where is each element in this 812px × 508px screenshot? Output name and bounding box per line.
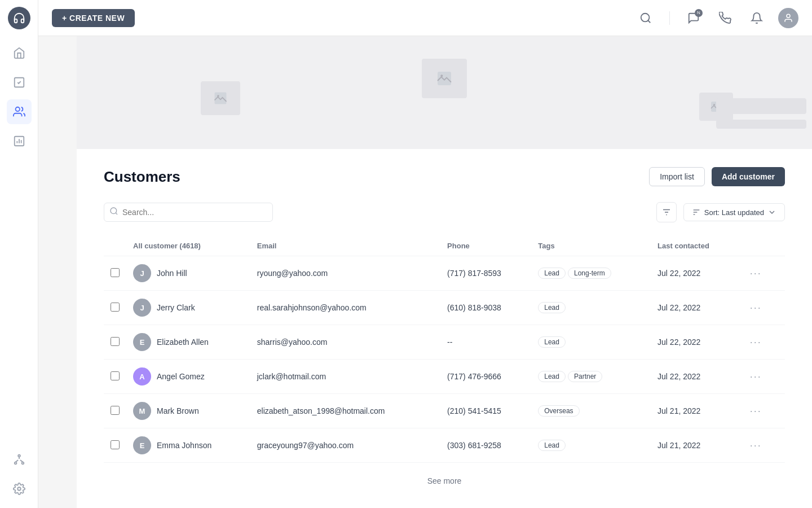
banner-area <box>77 36 812 149</box>
svg-point-15 <box>217 95 219 97</box>
customer-avatar: M <box>133 402 151 420</box>
row-last-contacted-cell: Jul 22, 2022 <box>651 291 739 325</box>
row-email-cell: ryoung@yahoo.com <box>250 256 440 291</box>
table-row: E Emma Johnson graceyoung97@yahoo.com (3… <box>104 428 785 463</box>
svg-point-17 <box>713 104 715 106</box>
search-input[interactable] <box>104 203 273 222</box>
banner-placeholder-left <box>201 81 240 115</box>
row-email-cell: jclark@hotmail.com <box>250 360 440 394</box>
row-name-cell: E Emma Johnson <box>126 428 250 463</box>
sidebar-item-customers[interactable] <box>7 99 32 124</box>
notifications-button[interactable] <box>747 8 767 28</box>
user-avatar[interactable] <box>778 8 798 28</box>
sidebar-item-analytics[interactable] <box>7 129 32 154</box>
row-actions-button[interactable]: ··· <box>745 265 766 282</box>
svg-point-8 <box>21 462 24 465</box>
tag-badge: Long-term <box>568 268 611 279</box>
col-name: All customer (4618) <box>126 236 250 256</box>
tag-badge: Partner <box>568 371 602 382</box>
svg-point-10 <box>641 13 650 21</box>
table-row: E Elizabeth Allen sharris@yahoo.com -- L… <box>104 325 785 360</box>
bell-icon <box>751 12 763 24</box>
sidebar-item-home[interactable] <box>7 41 32 65</box>
row-actions-button[interactable]: ··· <box>745 300 766 316</box>
row-last-contacted-cell: Jul 22, 2022 <box>651 325 739 360</box>
row-checkbox[interactable] <box>111 337 120 346</box>
row-checkbox-cell <box>104 291 126 325</box>
import-list-button[interactable]: Import list <box>649 167 705 186</box>
page-header-actions: Import list Add customer <box>649 167 785 186</box>
row-last-contacted-cell: Jul 22, 2022 <box>651 256 739 291</box>
tag-badge: Lead <box>538 268 566 279</box>
customer-name: Angel Gomez <box>157 372 205 381</box>
table-row: J John Hill ryoung@yahoo.com (717) 817-8… <box>104 256 785 291</box>
col-checkbox <box>104 236 126 256</box>
banner-placeholder-bar1 <box>716 98 806 114</box>
sidebar-item-network[interactable] <box>7 447 32 472</box>
row-email-cell: sharris@yahoo.com <box>250 325 440 360</box>
row-name-cell: M Mark Brown <box>126 394 250 428</box>
row-phone-cell: (717) 476-9666 <box>440 360 531 394</box>
top-header: + CREATE NEW N <box>38 0 812 36</box>
svg-point-1 <box>15 107 19 111</box>
row-name-cell: E Elizabeth Allen <box>126 325 250 360</box>
svg-point-9 <box>17 487 21 491</box>
sidebar-item-settings[interactable] <box>7 476 32 501</box>
row-checkbox-cell <box>104 394 126 428</box>
phone-button[interactable] <box>715 8 735 28</box>
col-last-contacted: Last contacted <box>651 236 739 256</box>
search-filter-row: Sort: Last updated <box>104 202 785 222</box>
row-actions-button[interactable]: ··· <box>745 369 766 385</box>
tag-badge: Lead <box>538 336 566 348</box>
row-checkbox[interactable] <box>111 371 120 380</box>
table-header: All customer (4618) Email Phone Tags Las… <box>104 236 785 256</box>
sidebar-item-tasks[interactable] <box>7 70 32 95</box>
tag-badge: Lead <box>538 440 566 451</box>
main-content: Customers Import list Add customer Sort:… <box>77 36 812 508</box>
tag-badge: Lead <box>538 371 566 382</box>
sort-direction-icon <box>767 208 776 217</box>
row-actions-cell: ··· <box>739 360 785 394</box>
customer-avatar: E <box>133 436 151 454</box>
row-checkbox-cell <box>104 360 126 394</box>
customer-name: John Hill <box>157 269 187 278</box>
row-checkbox-cell <box>104 428 126 463</box>
col-phone: Phone <box>440 236 531 256</box>
add-customer-button[interactable]: Add customer <box>712 167 785 186</box>
create-new-button[interactable]: + CREATE NEW <box>52 9 135 27</box>
row-actions-cell: ··· <box>739 291 785 325</box>
row-actions-button[interactable]: ··· <box>745 334 766 351</box>
row-checkbox-cell <box>104 325 126 360</box>
row-tags-cell: LeadLong-term <box>531 256 651 291</box>
filter-icon <box>661 207 672 217</box>
customer-avatar: J <box>133 299 151 317</box>
see-more-button[interactable]: See more <box>104 463 785 490</box>
row-checkbox[interactable] <box>111 406 120 415</box>
table-row: A Angel Gomez jclark@hotmail.com (717) 4… <box>104 360 785 394</box>
header-divider <box>669 11 670 25</box>
sort-icon <box>692 208 701 217</box>
customer-table-body: J John Hill ryoung@yahoo.com (717) 817-8… <box>104 256 785 463</box>
tag-badge: Overseas <box>538 405 579 417</box>
search-button[interactable] <box>636 8 656 28</box>
row-checkbox-cell <box>104 256 126 291</box>
row-checkbox[interactable] <box>111 440 120 449</box>
row-email-cell: elizabeth_atson_1998@hotmail.com <box>250 394 440 428</box>
customer-name: Mark Brown <box>157 406 199 415</box>
row-actions-button[interactable]: ··· <box>745 403 766 419</box>
page-header: Customers Import list Add customer <box>104 167 785 186</box>
row-actions-button[interactable]: ··· <box>745 437 766 454</box>
app-logo[interactable] <box>8 7 30 29</box>
svg-point-11 <box>787 14 790 17</box>
row-actions-cell: ··· <box>739 394 785 428</box>
row-tags-cell: Lead <box>531 428 651 463</box>
row-checkbox[interactable] <box>111 268 120 277</box>
user-icon <box>783 13 793 23</box>
filter-button[interactable] <box>656 202 677 222</box>
messages-button[interactable]: N <box>683 8 704 28</box>
row-checkbox[interactable] <box>111 303 120 312</box>
search-input-wrap <box>104 203 273 222</box>
sort-button[interactable]: Sort: Last updated <box>683 203 785 221</box>
messages-badge: N <box>695 9 703 17</box>
row-phone-cell: (717) 817-8593 <box>440 256 531 291</box>
